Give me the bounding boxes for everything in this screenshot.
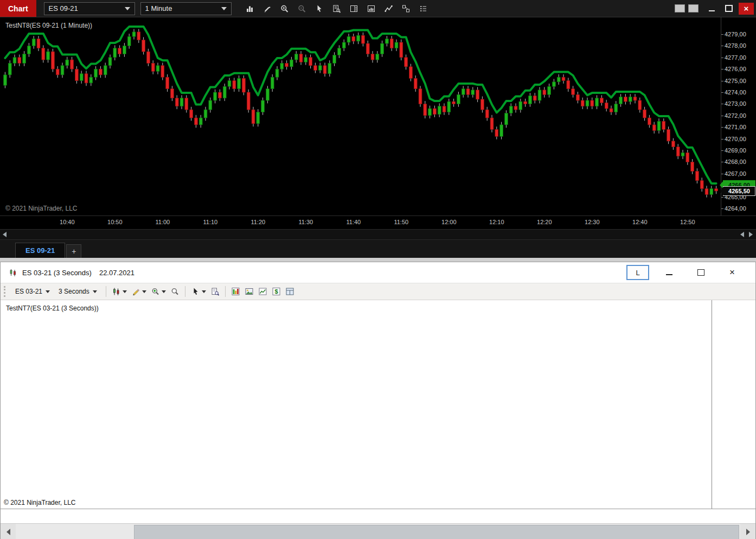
instrument-selector[interactable]: ES 03-21: [12, 286, 53, 297]
nt7-chart-canvas[interactable]: TestNT7(ES 03-21 (3 Seconds)) © 2021 Nin…: [1, 300, 755, 509]
scroll-left-icon[interactable]: [740, 232, 744, 237]
interval-value: 3 Seconds: [59, 288, 89, 295]
instrument-selector[interactable]: ES 09-21: [44, 2, 135, 15]
add-tab-button[interactable]: +: [66, 244, 81, 258]
tab-es-09-21[interactable]: ES 09-21: [15, 243, 65, 258]
data-box-icon[interactable]: [209, 285, 221, 298]
chevron-down-icon: [202, 290, 206, 293]
time-axis[interactable]: 10:4010:5011:0011:1011:2011:3011:4011:50…: [0, 215, 756, 229]
mini-chart-icon[interactable]: [257, 285, 269, 298]
nt7-chart-window: ES 03-21 (3 Seconds) 22.07.2021 L × ES 0…: [0, 262, 756, 539]
nt8-chart-window: Chart ES 09-21 1 Minute × TestNT8(ES 09-…: [0, 0, 756, 256]
display-settings-icon[interactable]: [415, 2, 432, 15]
axis-tick: [721, 104, 723, 104]
cursor-icon[interactable]: [311, 2, 328, 15]
nt8-chart-canvas[interactable]: TestNT8(ES 09-21 (1 Minute)) © 2021 Ninj…: [0, 17, 756, 215]
scroll-right-button[interactable]: [740, 524, 755, 539]
time-tick-label: 11:50: [394, 219, 408, 225]
price-axis[interactable]: [712, 300, 755, 509]
time-tick-label: 10:40: [60, 219, 75, 225]
interval-selector[interactable]: 1 Minute: [140, 2, 232, 15]
drawing-tools-icon[interactable]: [130, 285, 148, 298]
time-tick-label: 12:00: [441, 219, 457, 225]
panel-button-icon[interactable]: [675, 4, 685, 12]
time-tick-label: 10:50: [107, 219, 123, 225]
window-controls: ×: [675, 3, 756, 15]
time-tick-label: 11:10: [203, 219, 217, 225]
drawing-tools-icon[interactable]: [259, 2, 276, 15]
zoom-in-icon[interactable]: [149, 285, 168, 298]
nt7-toolbar-icons: $: [110, 285, 297, 298]
nt8-toolbar-icons: [241, 2, 432, 15]
minimize-button[interactable]: [661, 265, 677, 280]
chart-series-label: TestNT8(ES 09-21 (1 Minute)): [5, 22, 92, 29]
panel-button-icon[interactable]: [688, 4, 699, 12]
axis-tick: [721, 174, 723, 174]
price-tick-label: 4279,00: [725, 31, 746, 37]
chart-scrollbar[interactable]: [0, 229, 756, 240]
chart-trader-icon[interactable]: [345, 2, 363, 15]
price-tick-label: 4269,00: [725, 147, 746, 154]
chart-trader-icon[interactable]: [229, 285, 242, 298]
cursor-icon[interactable]: [189, 285, 208, 298]
horizontal-scrollbar[interactable]: [1, 523, 755, 539]
copyright-text: © 2021 NinjaTrader, LLC: [5, 205, 77, 212]
price-tick-label: 4276,00: [725, 66, 746, 72]
time-tick-label: 11:20: [251, 219, 265, 225]
chart-tab[interactable]: Chart: [0, 0, 36, 17]
nt7-candles-plot[interactable]: [1, 300, 712, 509]
maximize-button[interactable]: [721, 3, 736, 15]
time-tick-label: 11:30: [298, 219, 313, 225]
axis-tick: [721, 69, 723, 69]
price-tick-label: 4275,00: [725, 78, 746, 84]
chart-style-icon[interactable]: [241, 2, 259, 15]
time-tick-label: 12:30: [585, 219, 600, 225]
close-button[interactable]: ×: [724, 265, 740, 280]
axis-tick: [721, 46, 723, 46]
scroll-right-icon: [746, 529, 750, 535]
dollar-icon[interactable]: $: [270, 285, 283, 298]
scroll-right-icon[interactable]: [749, 232, 753, 237]
strategies-icon[interactable]: [398, 2, 415, 15]
maximize-button[interactable]: [693, 265, 709, 280]
chevron-down-icon: [93, 290, 97, 293]
price-tick-label: 4272,00: [725, 112, 746, 119]
chevron-down-icon: [123, 290, 127, 293]
scrollbar-thumb[interactable]: [134, 525, 739, 539]
window-title: ES 03-21 (3 Seconds): [22, 269, 92, 277]
interval-selector[interactable]: 3 Seconds: [55, 286, 100, 297]
grid-panel-icon[interactable]: [284, 285, 296, 298]
minimize-button[interactable]: [704, 3, 719, 15]
minimize-icon: [666, 274, 672, 275]
data-box-icon[interactable]: [328, 2, 345, 15]
price-axis[interactable]: 4279,004278,004277,004276,004275,004274,…: [721, 17, 756, 215]
zoom-out-icon[interactable]: [293, 2, 311, 15]
nt8-toolbar: Chart ES 09-21 1 Minute ×: [0, 0, 756, 17]
chart-tab-bar: ES 09-21 +: [0, 240, 756, 258]
scroll-left-icon[interactable]: [3, 232, 7, 237]
axis-tick: [721, 92, 723, 93]
nt8-candles-plot[interactable]: [0, 17, 721, 215]
link-button[interactable]: L: [626, 265, 649, 280]
zoom-out-icon[interactable]: [169, 285, 181, 298]
snapshot-icon[interactable]: [243, 285, 255, 298]
instrument-value: ES 03-21: [15, 288, 42, 295]
chart-style-icon[interactable]: [110, 285, 129, 298]
scroll-left-button[interactable]: [1, 524, 16, 539]
chevron-down-icon: [221, 7, 227, 10]
copyright-text: © 2021 NinjaTrader, LLC: [4, 499, 75, 506]
indicators-icon[interactable]: [363, 2, 380, 15]
price-tick-label: 4271,00: [725, 124, 746, 130]
chevron-down-icon: [46, 290, 50, 293]
drawing-line-icon[interactable]: [380, 2, 398, 15]
time-axis[interactable]: [1, 509, 755, 523]
toolbar-grip-icon[interactable]: [4, 286, 8, 297]
axis-tick: [721, 150, 723, 151]
chevron-down-icon: [125, 7, 130, 10]
zoom-in-icon[interactable]: [276, 2, 293, 15]
chart-window-icon: [8, 268, 18, 277]
chevron-down-icon: [142, 290, 146, 293]
nt7-titlebar: ES 03-21 (3 Seconds) 22.07.2021 L ×: [1, 262, 755, 283]
close-button[interactable]: ×: [739, 3, 754, 15]
axis-tick: [721, 34, 723, 35]
